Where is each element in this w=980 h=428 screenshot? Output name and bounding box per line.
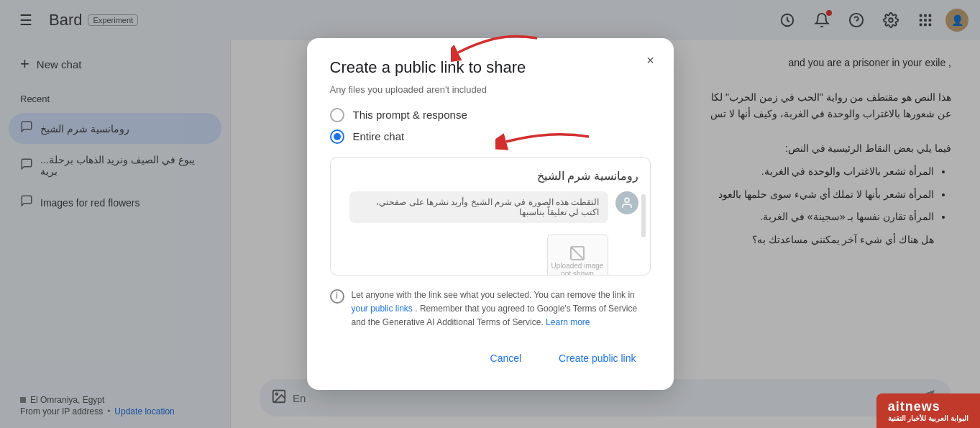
dialog-overlay: × Create a public link to share Any file… — [0, 0, 980, 428]
preview-user-avatar — [615, 191, 638, 214]
radio-circle-prompt — [330, 108, 344, 122]
preview-message-content: التقطت هذه الصورة في شرم الشيخ وأريد نشر… — [349, 191, 608, 276]
radio-option-entire[interactable]: Entire chat — [330, 129, 651, 144]
preview-chat-title: رومانسية شرم الشيخ — [342, 169, 638, 183]
public-links-link[interactable]: your public links — [352, 304, 413, 314]
preview-image-label: Uploaded image — [551, 262, 604, 270]
preview-image-sub: not shown — [561, 270, 594, 276]
radio-group: This prompt & response Entire chat — [330, 108, 651, 144]
aitnews-main: aitnews — [888, 399, 968, 414]
radio-label-prompt: This prompt & response — [353, 109, 467, 121]
dialog-title: Create a public link to share — [330, 58, 651, 77]
close-button[interactable]: × — [639, 50, 662, 73]
dialog-subtitle: Any files you uploaded aren't included — [330, 84, 651, 95]
radio-circle-entire — [330, 129, 344, 144]
info-text-container: Let anyone with the link see what you se… — [352, 288, 651, 330]
share-dialog: × Create a public link to share Any file… — [307, 38, 674, 391]
info-section: i Let anyone with the link see what you … — [330, 288, 651, 330]
radio-label-entire: Entire chat — [353, 130, 405, 142]
aitnews-sub: البوابة العربية للأخبار التقنية — [888, 414, 968, 422]
radio-option-entire-wrapper: Entire chat — [330, 129, 651, 144]
radio-option-prompt[interactable]: This prompt & response — [330, 108, 651, 122]
cancel-button[interactable]: Cancel — [476, 347, 536, 370]
aitnews-badge: aitnews البوابة العربية للأخبار التقنية — [876, 393, 980, 428]
preview-message-row: التقطت هذه الصورة في شرم الشيخ وأريد نشر… — [342, 191, 638, 276]
create-public-link-button[interactable]: Create public link — [544, 347, 650, 370]
info-text-1: Let anyone with the link see what you se… — [352, 290, 635, 300]
info-icon: i — [330, 289, 344, 304]
preview-box: رومانسية شرم الشيخ التقطت هذه الصورة في … — [330, 157, 651, 276]
scroll-indicator — [641, 194, 646, 237]
svg-point-19 — [625, 198, 629, 202]
svg-line-21 — [571, 247, 584, 260]
preview-bubble-text: التقطت هذه الصورة في شرم الشيخ وأريد نشر… — [349, 191, 608, 223]
preview-image-box: Uploaded image not shown — [547, 235, 608, 276]
radio-inner-entire — [334, 133, 341, 140]
dialog-footer: Cancel Create public link — [330, 347, 651, 370]
learn-more-link[interactable]: Learn more — [546, 317, 590, 327]
